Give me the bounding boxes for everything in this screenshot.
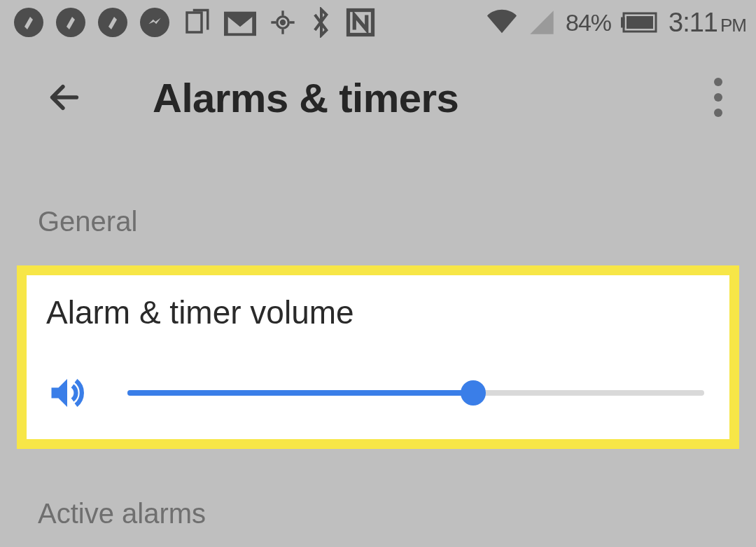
battery-icon xyxy=(621,12,659,33)
wifi-icon xyxy=(486,8,518,36)
clock-time: 3:11 xyxy=(668,8,718,37)
status-clock: 3:11PM xyxy=(668,8,746,38)
gmail-icon xyxy=(224,8,256,36)
slider-thumb[interactable] xyxy=(461,380,486,406)
nfc-icon xyxy=(346,8,375,37)
status-right: 84% 3:11PM xyxy=(486,8,746,38)
status-bar: 84% 3:11PM xyxy=(0,0,756,45)
notification-icon-1 xyxy=(14,8,43,37)
notification-icon-3 xyxy=(98,8,127,37)
page-title: Alarms & timers xyxy=(153,74,458,121)
svg-point-3 xyxy=(281,21,285,25)
cell-signal-icon xyxy=(528,8,556,36)
status-left xyxy=(14,7,375,38)
volume-icon xyxy=(46,372,88,414)
location-icon xyxy=(269,8,297,36)
svg-rect-7 xyxy=(626,16,653,29)
notification-icon-2 xyxy=(56,8,85,37)
slider-fill xyxy=(127,390,473,396)
svg-rect-0 xyxy=(187,13,202,32)
app-bar: Alarms & timers xyxy=(0,45,756,150)
messenger-icon xyxy=(140,8,169,37)
section-label-general: General xyxy=(0,150,756,254)
overflow-menu-button[interactable] xyxy=(701,69,735,125)
battery-percentage: 84% xyxy=(566,9,611,36)
section-label-active-alarms: Active alarms xyxy=(0,449,756,546)
multiwindow-icon xyxy=(182,8,211,37)
volume-slider[interactable] xyxy=(127,379,704,407)
back-button[interactable] xyxy=(43,76,85,118)
clock-ampm: PM xyxy=(720,15,746,36)
bluetooth-icon xyxy=(309,7,333,38)
svg-rect-6 xyxy=(621,18,624,27)
volume-row xyxy=(46,372,710,414)
volume-card: Alarm & timer volume xyxy=(27,275,729,439)
highlight-frame: Alarm & timer volume xyxy=(17,265,739,449)
volume-card-title: Alarm & timer volume xyxy=(46,293,710,331)
